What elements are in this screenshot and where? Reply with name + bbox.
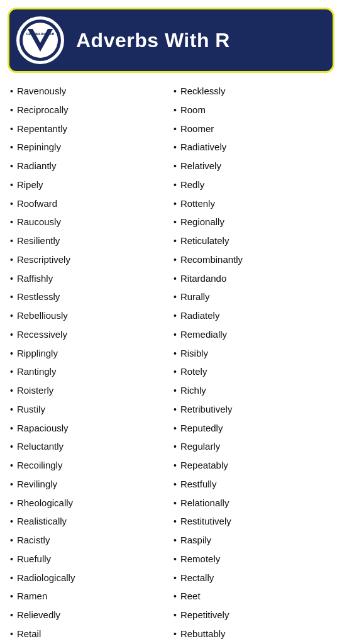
word-text: Rurally [180, 290, 210, 304]
list-item: •Restlessly [10, 287, 168, 306]
list-item: •Raucously [10, 213, 168, 231]
list-item: •Remedially [174, 325, 332, 344]
logo: GRAMMARVOCAB [14, 14, 66, 66]
word-text: Realistically [17, 514, 67, 528]
bullet: • [10, 197, 13, 210]
list-item: •Racistly [10, 531, 168, 550]
list-item: •Rustily [10, 400, 168, 419]
word-text: Rescriptively [17, 253, 70, 267]
word-text: Resiliently [17, 234, 60, 248]
list-item: •Relationally [174, 494, 332, 513]
word-text: Remedially [180, 328, 227, 341]
word-text: Risibly [180, 347, 208, 360]
bullet: • [10, 347, 13, 360]
list-item: •Rotely [174, 362, 332, 381]
word-text: Roomer [180, 122, 214, 136]
word-text: Redly [180, 178, 204, 192]
bullet: • [174, 403, 177, 416]
bullet: • [10, 628, 13, 640]
list-item: •Remotely [174, 550, 332, 569]
list-item: •Rectally [174, 569, 332, 587]
list-item: •Risibly [174, 344, 332, 363]
list-item: •Roomer [174, 119, 332, 138]
list-item: •Radiantly [10, 157, 168, 175]
word-text: Radiately [180, 309, 220, 323]
word-text: Repetitively [180, 608, 229, 622]
word-text: Remotely [180, 552, 220, 566]
list-item: •Repeatably [174, 456, 332, 475]
bullet: • [174, 123, 177, 135]
list-item: •Recoilingly [10, 456, 168, 475]
bullet: • [174, 197, 177, 210]
list-item: •Rapaciously [10, 419, 168, 438]
bullet: • [10, 572, 13, 584]
word-text: Ripplingly [17, 347, 58, 360]
word-text: Rapaciously [17, 421, 69, 435]
word-text: Ritardando [180, 272, 226, 286]
word-text: Reticulately [180, 234, 229, 248]
list-item: •Rurally [174, 287, 332, 306]
page-title: Adverbs With R [76, 29, 230, 52]
bullet: • [174, 459, 177, 472]
word-text: Rebuttably [180, 627, 226, 641]
list-item: •Restitutively [174, 512, 332, 531]
word-text: Radiatively [180, 140, 226, 154]
bullet: • [174, 347, 177, 360]
word-text: Room [180, 103, 206, 117]
list-item: •Restfully [174, 475, 332, 494]
list-item: •Reputedly [174, 419, 332, 438]
bullet: • [174, 440, 177, 453]
bullet: • [10, 272, 13, 285]
word-text: Reluctantly [17, 440, 63, 453]
list-item: •Room [174, 101, 332, 119]
word-text: Rottenly [180, 197, 215, 211]
word-text: Repiningly [17, 140, 61, 154]
word-text: Regionally [180, 215, 224, 229]
list-item: •Ramen [10, 587, 168, 606]
bullet: • [174, 179, 177, 191]
list-item: •Recessively [10, 325, 168, 344]
word-text: Radiologically [17, 571, 75, 585]
bullet: • [10, 365, 13, 378]
bullet: • [174, 515, 177, 528]
bullet: • [174, 478, 177, 491]
list-item: •Realistically [10, 512, 168, 531]
list-item: •Retail [10, 625, 168, 643]
bullet: • [174, 216, 177, 228]
bullet: • [10, 253, 13, 266]
bullet: • [174, 291, 177, 303]
bullet: • [10, 478, 13, 491]
list-item: •Regionally [174, 213, 332, 231]
bullet: • [174, 609, 177, 621]
list-item: •Ripplingly [10, 344, 168, 363]
word-text: Raucously [17, 215, 61, 229]
word-list-container: •Ravenously•Reciprocally•Repentantly•Rep… [0, 79, 342, 644]
list-item: •Reet [174, 587, 332, 606]
word-text: Reciprocally [17, 103, 69, 117]
word-text: Ripely [17, 178, 43, 192]
bullet: • [174, 253, 177, 266]
word-text: Recklessly [180, 84, 226, 98]
word-text: Retributively [180, 402, 233, 416]
list-item: •Reluctantly [10, 437, 168, 456]
svg-point-1 [23, 23, 58, 58]
word-text: Recessively [17, 328, 67, 341]
list-item: •Relievedly [10, 606, 168, 625]
list-item: •Revilingly [10, 475, 168, 494]
word-text: Raffishly [17, 272, 53, 286]
list-item: •Richly [174, 381, 332, 400]
bullet: • [10, 422, 13, 435]
bullet: • [174, 497, 177, 509]
word-text: Raspily [180, 533, 211, 547]
bullet: • [174, 104, 177, 116]
word-text: Ramen [17, 589, 47, 603]
bullet: • [10, 553, 13, 565]
word-text: Rebelliously [17, 309, 68, 323]
word-text: Ruefully [17, 552, 51, 566]
word-text: Rheologically [17, 496, 73, 510]
bullet: • [10, 497, 13, 509]
right-column: •Recklessly•Room•Roomer•Radiatively•Rela… [174, 82, 332, 643]
bullet: • [174, 309, 177, 322]
list-item: •Repetitively [174, 606, 332, 625]
list-item: •Recombinantly [174, 250, 332, 269]
